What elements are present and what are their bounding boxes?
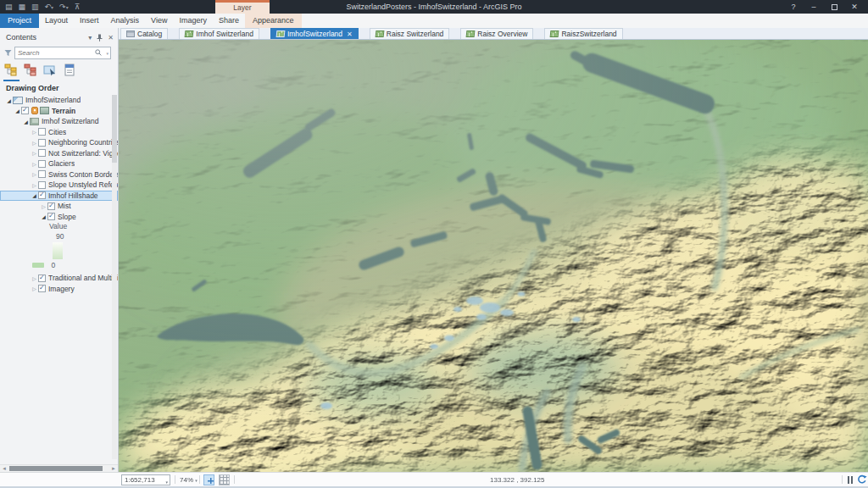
layer-row-group[interactable]: ◢ Imhof Switzerland [0,116,118,127]
pause-drawing-icon[interactable] [848,476,853,484]
tab-analysis[interactable]: Analysis [105,14,146,28]
legend-min-value: 0 [51,261,55,269]
layer-row-traditional[interactable]: ▷ Traditional and Multidirectiona [0,273,118,284]
zoom-level-dropdown[interactable]: 74% ▾ [180,474,198,486]
layer-row-neighboring[interactable]: ▷ Neighboring Countries [0,137,118,148]
tab-share[interactable]: Share [213,14,245,28]
statusbar: 1:652,713▾ 74% ▾ 133.322 , 392.125 [0,472,868,486]
vertical-scrollbar[interactable] [112,95,117,459]
list-by-source-icon[interactable] [24,64,38,77]
layer-row-imagery[interactable]: ▷ Imagery [0,284,118,295]
layer-row-vignette[interactable]: ▷ Not Switzerland: Vignette [0,148,118,159]
maximize-button[interactable] [824,0,844,14]
layer-label: Traditional and Multidirectiona [48,274,118,282]
layer-row-glaciers[interactable]: ▷ Glaciers [0,158,118,169]
expander-icon[interactable]: ▷ [31,275,38,281]
doc-tab-imhofswitzerland[interactable]: ImhofSwitzerland ✕ [270,28,359,39]
search-caret-icon[interactable]: ▾ [106,51,108,56]
layer-checkbox[interactable] [38,139,46,147]
layer-row-imhof-hillshade[interactable]: ◢ Imhof Hillshade [0,191,118,202]
layer-checkbox[interactable] [47,202,55,210]
map-document-icon [13,97,23,104]
doc-tab-raiszswitzerland[interactable]: RaiszSwitzerland [544,28,622,39]
map-view[interactable] [119,40,868,472]
pane-menu-caret-icon[interactable]: ▾ [88,34,92,42]
search-input[interactable] [18,47,92,58]
close-tab-icon[interactable]: ✕ [347,30,353,38]
layer-checkbox[interactable] [38,274,46,282]
expander-icon[interactable]: ◢ [40,214,47,219]
close-button[interactable]: ✕ [844,0,865,14]
expander-icon[interactable]: ▷ [31,150,38,156]
scrollbar-thumb[interactable] [9,466,103,471]
layer-label: Slope [58,213,76,221]
layer-row-cities[interactable]: ▷ Cities [0,127,118,138]
layer-row-terrain[interactable]: ◢ Terrain [0,106,118,117]
list-by-drawing-order-icon[interactable] [4,64,19,77]
layer-checkbox[interactable] [38,149,46,157]
layer-label: Mist [58,202,71,210]
horizontal-scrollbar[interactable]: ◄ ► [0,464,118,472]
expander-icon[interactable]: ◢ [22,119,30,125]
coordinates-display: 133.322 , 392.125 [490,474,545,485]
map-icon [275,30,285,37]
layer-checkbox[interactable] [47,213,55,220]
expander-icon[interactable]: ◢ [31,192,38,198]
catalog-icon [126,30,135,37]
list-by-selection-icon[interactable] [43,64,58,77]
scale-dropdown[interactable]: 1:652,713▾ [121,474,170,485]
refresh-icon[interactable] [857,474,867,485]
layer-row-map[interactable]: ◢ ImhofSwitzerland [0,95,118,106]
tab-view[interactable]: View [145,14,173,28]
layer-label: Slope Unstyled Reference [48,180,118,189]
search-box: ▾ [14,47,111,59]
tab-layout[interactable]: Layout [39,14,74,28]
expander-icon[interactable]: ◢ [14,108,21,114]
layer-checkbox[interactable] [38,181,46,189]
expander-icon[interactable]: ▷ [31,161,38,167]
expander-icon[interactable]: ▷ [31,129,38,135]
expander-icon[interactable]: ▷ [31,286,38,291]
contextual-tab-group-layer: Layer [215,0,270,14]
filter-icon[interactable] [4,49,12,57]
list-by-editing-icon[interactable] [63,64,77,77]
pane-close-icon[interactable]: ✕ [108,34,114,42]
expander-icon[interactable]: ◢ [5,97,13,103]
expander-icon[interactable]: ▷ [31,171,38,177]
layer-checkbox[interactable] [38,128,46,136]
layer-checkbox[interactable] [38,285,46,292]
tab-project[interactable]: Project [0,14,39,28]
expander-icon[interactable]: ▷ [31,140,38,146]
layer-label: Cities [48,128,66,136]
layer-label: Imagery [48,285,75,293]
layer-checkbox[interactable] [38,191,46,199]
layer-checkbox[interactable] [21,107,29,114]
expander-icon[interactable]: ▷ [40,203,47,209]
layer-row-slope-reference[interactable]: ▷ Slope Unstyled Reference [0,180,118,191]
pin-icon[interactable] [97,34,103,42]
snapping-toggle-icon[interactable] [203,474,214,485]
arcgis-pro-window: ▤ ▦ ▥ ↶▾ ↷▾ ⊼ SwitzerlandPosters - Imhof… [0,0,868,488]
tab-insert[interactable]: Insert [74,14,105,28]
doc-tab-raisz-overview[interactable]: Raisz Overview [460,28,533,39]
help-button[interactable]: ? [783,0,804,14]
doc-tab-raisz-switzerland[interactable]: Raisz Switzerland [370,28,450,39]
drawing-order-heading: Drawing Order [6,84,59,92]
layer-checkbox[interactable] [38,160,46,168]
expander-icon[interactable]: ▷ [31,182,38,188]
doc-tab-catalog[interactable]: Catalog [120,28,168,39]
minimize-button[interactable]: – [804,0,824,14]
layer-row-canton-borders[interactable]: ▷ Swiss Conton Borders [0,169,118,180]
map-icon [466,30,476,37]
map-icon [185,30,194,37]
layer-row-slope[interactable]: ◢ Slope [0,212,118,223]
grid-toggle-icon[interactable] [219,474,230,485]
layer-row-mist[interactable]: ▷ Mist [0,201,118,212]
tab-appearance[interactable]: Appearance [245,14,302,28]
doc-tab-imhof-switzerland-layout[interactable]: Imhof Switzerland [179,28,259,39]
tab-imagery[interactable]: Imagery [173,14,213,28]
document-tab-strip: Catalog Imhof Switzerland ImhofSwitzerla… [119,28,868,40]
search-icon[interactable] [95,49,102,56]
map-icon [550,30,559,37]
layer-checkbox[interactable] [38,170,46,178]
